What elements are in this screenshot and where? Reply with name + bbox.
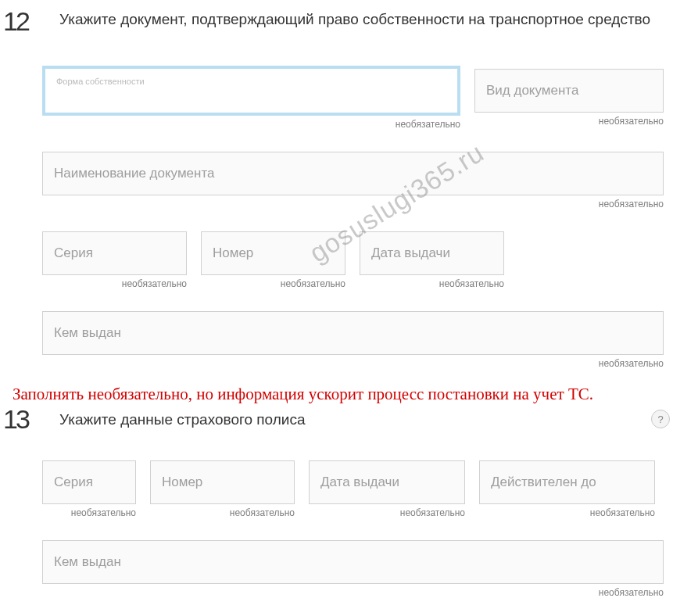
policy-valid-until-input[interactable]: Действителен до [479, 460, 655, 504]
doc-issue-date-optional: необязательно [360, 278, 504, 289]
help-button[interactable]: ? [651, 410, 670, 428]
policy-valid-until-optional: необязательно [479, 507, 655, 518]
policy-number-placeholder: Номер [162, 475, 202, 490]
doc-name-optional: необязательно [42, 199, 664, 210]
annotation-text: Заполнять необязательно, но информация у… [13, 385, 670, 404]
doc-issue-date-input[interactable]: Дата выдачи [360, 231, 504, 275]
policy-valid-until-placeholder: Действителен до [491, 475, 596, 490]
ownership-form-floating-label: Форма собственности [56, 77, 145, 86]
ownership-form-input[interactable]: Форма собственности [42, 66, 460, 116]
section-12-header: 12 Укажите документ, подтверждающий прав… [3, 8, 670, 34]
policy-series-optional: необязательно [42, 507, 136, 518]
doc-issued-by-placeholder: Кем выдан [54, 325, 121, 341]
policy-issued-by-input[interactable]: Кем выдан [42, 540, 664, 584]
doc-type-placeholder: Вид документа [486, 83, 578, 98]
step-title-12: Укажите документ, подтверждающий право с… [59, 8, 650, 30]
doc-name-input[interactable]: Наименование документа [42, 152, 664, 195]
doc-issue-date-placeholder: Дата выдачи [371, 245, 450, 261]
policy-issue-date-optional: необязательно [309, 507, 465, 518]
ownership-form-optional: необязательно [42, 119, 460, 130]
doc-series-placeholder: Серия [54, 245, 93, 261]
policy-series-placeholder: Серия [54, 475, 93, 490]
section-13: 13 Укажите данные страхового полиса ? Се… [3, 406, 670, 598]
section-13-header: 13 Укажите данные страхового полиса ? [3, 406, 670, 432]
doc-number-optional: необязательно [201, 278, 345, 289]
step-title-13: Укажите данные страхового полиса [59, 408, 651, 431]
policy-series-input[interactable]: Серия [42, 460, 136, 504]
step-number-12: 12 [3, 8, 41, 34]
doc-type-optional: необязательно [474, 116, 664, 127]
policy-number-input[interactable]: Номер [150, 460, 295, 504]
doc-type-input[interactable]: Вид документа [474, 69, 664, 113]
policy-issue-date-placeholder: Дата выдачи [320, 475, 399, 490]
doc-name-placeholder: Наименование документа [54, 166, 214, 181]
doc-number-placeholder: Номер [213, 245, 253, 261]
doc-series-input[interactable]: Серия [42, 231, 187, 275]
doc-issued-by-input[interactable]: Кем выдан [42, 311, 664, 355]
policy-issue-date-input[interactable]: Дата выдачи [309, 460, 465, 504]
doc-number-input[interactable]: Номер [201, 231, 345, 275]
policy-number-optional: необязательно [150, 507, 295, 518]
step-number-13: 13 [3, 406, 41, 432]
policy-issued-by-optional: необязательно [42, 587, 664, 598]
doc-series-optional: необязательно [42, 278, 187, 289]
section-12: 12 Укажите документ, подтверждающий прав… [3, 8, 670, 369]
policy-issued-by-placeholder: Кем выдан [54, 554, 121, 570]
doc-issued-by-optional: необязательно [42, 358, 664, 369]
